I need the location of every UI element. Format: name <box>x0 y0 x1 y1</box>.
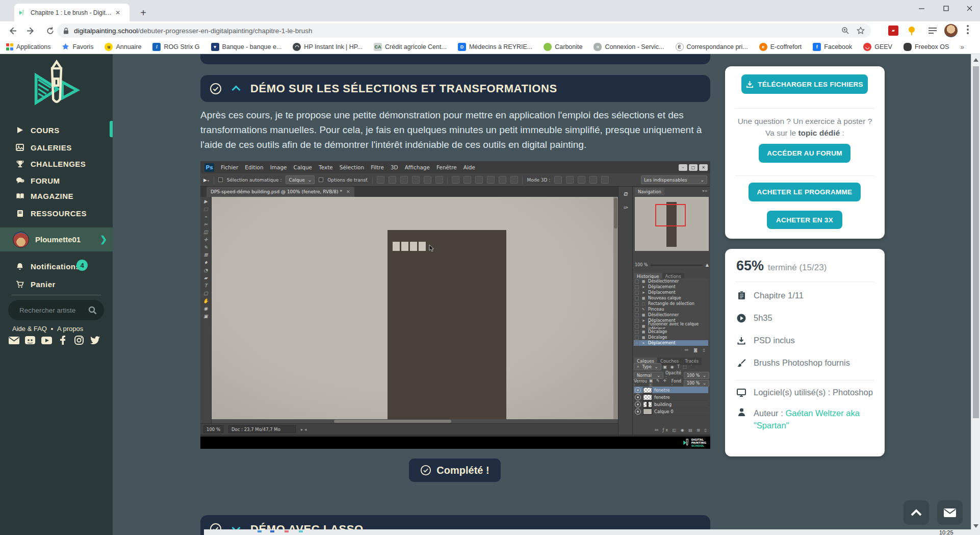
pdf-extension-icon[interactable]: ▰ <box>888 26 898 36</box>
back-button[interactable] <box>6 24 18 37</box>
ps-collapsed-dock[interactable]: ⧉✑ <box>618 187 632 435</box>
layer-visibility-icon[interactable] <box>635 394 641 400</box>
ps-tool-icon[interactable]: ◉ <box>204 306 208 311</box>
sidebar-item-notifications[interactable]: Notifications <box>0 259 113 273</box>
window-minimize-button[interactable] <box>910 0 933 16</box>
layer-row[interactable]: fenetre <box>634 394 708 401</box>
layer-row[interactable]: Calque 0 <box>634 408 708 415</box>
search-icon[interactable] <box>88 306 97 315</box>
navigator-zoom-row[interactable]: 100 %▲ <box>635 263 709 267</box>
history-panel-actions[interactable]: ⚯ ◙ ▯ <box>685 348 707 352</box>
ps-menu-item[interactable]: Fichier <box>221 164 238 170</box>
ps-menu-item[interactable]: Edition <box>245 164 263 170</box>
bookmarks-overflow-button[interactable]: » <box>960 43 964 51</box>
zoom-page-icon[interactable] <box>841 27 849 35</box>
sidebar-user-row[interactable]: Ploumette01 ❯ <box>0 227 113 251</box>
scrollbar-down-arrow[interactable] <box>973 524 978 528</box>
pin-extension-icon[interactable] <box>907 26 917 36</box>
ps-menu-item[interactable]: Filtre <box>371 164 384 170</box>
bookmark-favoris[interactable]: Favoris <box>62 43 93 50</box>
bookmark-rog[interactable]: /ROG Strix G <box>152 43 199 51</box>
bookmark-banque[interactable]: ▾Banque - banque e... <box>211 43 282 51</box>
forward-button[interactable] <box>24 24 37 37</box>
ps-canvas-vscrollbar[interactable] <box>613 197 618 419</box>
sidebar-item-galeries[interactable]: GALERIES <box>0 140 113 155</box>
bookmark-connexion[interactable]: ≈Connexion - Servic... <box>594 43 664 51</box>
ps-canvas[interactable] <box>212 197 618 419</box>
ps-tool-icon[interactable]: ▶ <box>204 199 208 204</box>
ps-tool-icon[interactable]: ▢ <box>203 291 208 296</box>
layer-visibility-icon[interactable] <box>635 409 641 415</box>
bookmark-annuaire[interactable]: uAnnuaire <box>105 43 141 51</box>
ps-tool-icon[interactable]: ◔ <box>204 268 208 273</box>
layer-row[interactable]: building <box>634 401 708 408</box>
layer-visibility-icon[interactable] <box>635 401 641 407</box>
about-link[interactable]: A propos <box>57 325 83 333</box>
section-header-selections[interactable]: DÉMO SUR LES SÉLECTIONS ET TRANSFORMATIO… <box>200 75 710 102</box>
workspace-dropdown[interactable]: Les indispensables⌄ <box>641 175 707 184</box>
ps-tool-icon[interactable]: ✋ <box>203 298 209 303</box>
collapsed-panel-icon[interactable]: ✑ <box>623 205 628 211</box>
sidebar-item-forum[interactable]: FORUM <box>0 173 113 188</box>
window-close-button[interactable] <box>958 0 980 16</box>
sidebar-item-challenges[interactable]: CHALLENGES <box>0 157 113 171</box>
ps-menu-item[interactable]: 3D <box>391 164 398 170</box>
search-input[interactable] <box>18 306 88 315</box>
bookmark-hp[interactable]: ◠HP Instant Ink | HP... <box>293 43 363 51</box>
navigator-view-rect[interactable] <box>655 204 686 226</box>
sidebar-item-cours[interactable]: COURS <box>0 123 113 137</box>
reading-list-icon[interactable] <box>928 27 937 35</box>
site-logo[interactable] <box>28 59 85 119</box>
chrome-menu-icon[interactable] <box>967 25 969 34</box>
history-step-selected[interactable]: ➤Déplacement <box>634 340 708 346</box>
ps-tool-icon[interactable]: ♦ <box>203 260 208 265</box>
layer-visibility-icon[interactable] <box>635 387 641 393</box>
browser-tab[interactable]: Chapitre 1 : Le brush - Digital Pai ✕ <box>14 4 130 21</box>
transform-checkbox[interactable] <box>319 177 323 182</box>
navigation-panel-tab[interactable]: Navigation <box>635 188 664 195</box>
ps-canvas-hscrollbar[interactable] <box>212 419 618 423</box>
contact-button[interactable] <box>937 500 963 525</box>
bookmark-carbonite[interactable]: Carbonite <box>544 43 582 51</box>
buy-3x-button[interactable]: ACHETER EN 3X <box>767 211 842 229</box>
ps-menu-item[interactable]: Texte <box>319 164 333 170</box>
ps-tool-icon[interactable]: ⌁ <box>204 214 207 219</box>
ps-tool-icon[interactable]: ✎ <box>204 245 208 250</box>
sidebar-item-magazine[interactable]: MAGAZINE <box>0 189 113 203</box>
profile-avatar[interactable] <box>944 24 958 37</box>
address-bar[interactable]: digitalpainting.school/debuter-progresse… <box>57 23 871 38</box>
scroll-to-top-button[interactable] <box>904 500 929 525</box>
bookmark-geev[interactable]: ◡GEEV <box>863 43 892 51</box>
ps-menu-item[interactable]: Image <box>270 164 287 170</box>
layers-filter-row[interactable]: ⌕Type⌄ ▣ ◉ T ⬚ ⬛ <box>634 363 709 370</box>
bookmark-applications[interactable]: Applications <box>6 43 50 50</box>
ps-tool-icon[interactable]: ◫ <box>203 230 208 235</box>
ps-tool-icon[interactable]: T <box>204 283 208 288</box>
window-maximize-button[interactable] <box>934 0 958 16</box>
ps-tool-icon[interactable]: 𝌆 <box>203 252 208 258</box>
ps-window-controls[interactable]: – □ ✕ <box>679 164 708 171</box>
email-icon[interactable] <box>8 335 19 346</box>
youtube-icon[interactable] <box>41 335 52 346</box>
download-files-button[interactable]: TÉLÉCHARGER LES FICHIERS <box>741 74 868 94</box>
ps-menu-item[interactable]: Affichage <box>405 164 430 170</box>
ps-tools-panel[interactable]: ▶⬚⌁✂◫✛✎𝌆♦◔▰T▢✋◉▣ <box>200 197 212 427</box>
collapsed-panel-icon[interactable]: ⧉ <box>624 191 628 197</box>
auto-select-dropdown[interactable]: Calque⌄ <box>286 175 315 184</box>
sidebar-item-panier[interactable]: Panier <box>0 277 113 291</box>
facebook-social-icon[interactable] <box>57 335 68 346</box>
ps-document-tab[interactable]: DPS-speed-démo building.psd @ 100% (fene… <box>207 187 354 197</box>
bookmark-freebox[interactable]: Freebox OS <box>904 43 949 51</box>
instagram-icon[interactable] <box>73 335 85 346</box>
browser-scrollbar[interactable] <box>971 54 980 535</box>
bookmark-medecins[interactable]: DMédecins à REYRIE... <box>458 43 532 51</box>
sidebar-item-ressources[interactable]: RESSOURCES <box>0 206 113 220</box>
layer-row[interactable]: fenetre <box>634 387 708 394</box>
ps-tool-icon[interactable]: ✂ <box>204 222 208 227</box>
help-link[interactable]: Aide & FAQ <box>12 325 47 333</box>
ps-menu-item[interactable]: Calque <box>294 164 312 170</box>
layers-panel-actions[interactable]: ⚯ ƒx ◱ ◉ ▤ ⊞ ▯ <box>655 428 708 432</box>
ps-menu-item[interactable]: Sélection <box>340 164 364 170</box>
discord-icon[interactable] <box>24 335 36 346</box>
ps-tool-icon[interactable]: ✛ <box>204 237 208 242</box>
